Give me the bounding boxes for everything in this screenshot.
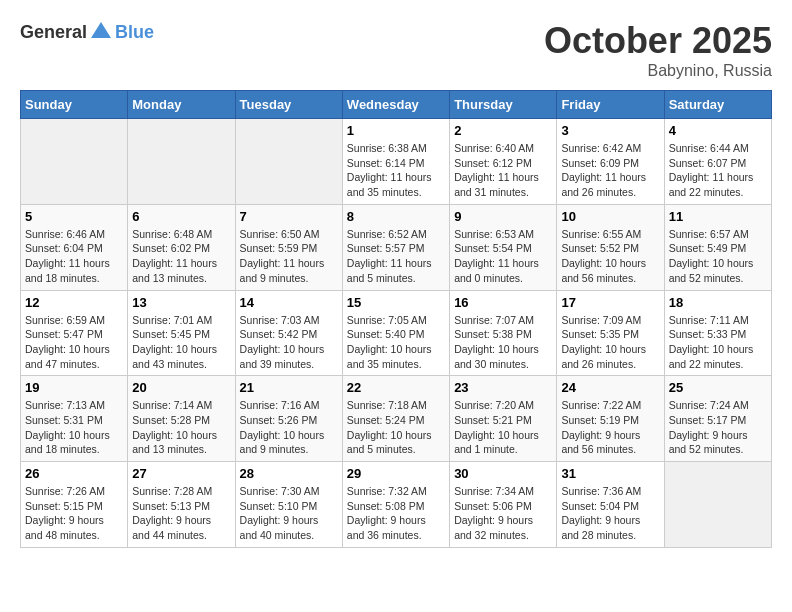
location-title: Babynino, Russia (544, 62, 772, 80)
day-number: 24 (561, 380, 659, 395)
day-info: Sunrise: 7:30 AMSunset: 5:10 PMDaylight:… (240, 484, 338, 543)
day-info: Sunrise: 7:11 AMSunset: 5:33 PMDaylight:… (669, 313, 767, 372)
day-info: Sunrise: 6:42 AMSunset: 6:09 PMDaylight:… (561, 141, 659, 200)
calendar-cell: 4 Sunrise: 6:44 AMSunset: 6:07 PMDayligh… (664, 119, 771, 205)
day-number: 19 (25, 380, 123, 395)
calendar-cell: 21 Sunrise: 7:16 AMSunset: 5:26 PMDaylig… (235, 376, 342, 462)
calendar-cell: 24 Sunrise: 7:22 AMSunset: 5:19 PMDaylig… (557, 376, 664, 462)
logo-icon (89, 20, 113, 44)
calendar-cell: 11 Sunrise: 6:57 AMSunset: 5:49 PMDaylig… (664, 204, 771, 290)
calendar-week-row: 19 Sunrise: 7:13 AMSunset: 5:31 PMDaylig… (21, 376, 772, 462)
calendar-cell (664, 462, 771, 548)
day-number: 26 (25, 466, 123, 481)
day-number: 21 (240, 380, 338, 395)
day-number: 13 (132, 295, 230, 310)
calendar-cell: 17 Sunrise: 7:09 AMSunset: 5:35 PMDaylig… (557, 290, 664, 376)
calendar-cell: 10 Sunrise: 6:55 AMSunset: 5:52 PMDaylig… (557, 204, 664, 290)
calendar-cell: 18 Sunrise: 7:11 AMSunset: 5:33 PMDaylig… (664, 290, 771, 376)
day-number: 15 (347, 295, 445, 310)
calendar-cell: 20 Sunrise: 7:14 AMSunset: 5:28 PMDaylig… (128, 376, 235, 462)
day-number: 20 (132, 380, 230, 395)
day-info: Sunrise: 7:16 AMSunset: 5:26 PMDaylight:… (240, 398, 338, 457)
logo: General Blue (20, 20, 154, 44)
calendar-cell: 12 Sunrise: 6:59 AMSunset: 5:47 PMDaylig… (21, 290, 128, 376)
day-info: Sunrise: 7:13 AMSunset: 5:31 PMDaylight:… (25, 398, 123, 457)
day-info: Sunrise: 7:03 AMSunset: 5:42 PMDaylight:… (240, 313, 338, 372)
day-info: Sunrise: 6:59 AMSunset: 5:47 PMDaylight:… (25, 313, 123, 372)
logo-blue: Blue (115, 22, 154, 43)
day-info: Sunrise: 7:14 AMSunset: 5:28 PMDaylight:… (132, 398, 230, 457)
day-number: 1 (347, 123, 445, 138)
day-number: 27 (132, 466, 230, 481)
header-monday: Monday (128, 91, 235, 119)
calendar-week-row: 5 Sunrise: 6:46 AMSunset: 6:04 PMDayligh… (21, 204, 772, 290)
day-number: 12 (25, 295, 123, 310)
calendar-cell: 3 Sunrise: 6:42 AMSunset: 6:09 PMDayligh… (557, 119, 664, 205)
calendar-week-row: 12 Sunrise: 6:59 AMSunset: 5:47 PMDaylig… (21, 290, 772, 376)
day-number: 3 (561, 123, 659, 138)
page-header: General Blue October 2025 Babynino, Russ… (20, 20, 772, 80)
day-info: Sunrise: 6:52 AMSunset: 5:57 PMDaylight:… (347, 227, 445, 286)
header-tuesday: Tuesday (235, 91, 342, 119)
calendar-header-row: SundayMondayTuesdayWednesdayThursdayFrid… (21, 91, 772, 119)
day-info: Sunrise: 7:18 AMSunset: 5:24 PMDaylight:… (347, 398, 445, 457)
day-info: Sunrise: 6:46 AMSunset: 6:04 PMDaylight:… (25, 227, 123, 286)
day-info: Sunrise: 6:57 AMSunset: 5:49 PMDaylight:… (669, 227, 767, 286)
calendar-cell: 5 Sunrise: 6:46 AMSunset: 6:04 PMDayligh… (21, 204, 128, 290)
calendar-cell (21, 119, 128, 205)
calendar-cell: 13 Sunrise: 7:01 AMSunset: 5:45 PMDaylig… (128, 290, 235, 376)
day-number: 23 (454, 380, 552, 395)
month-title: October 2025 (544, 20, 772, 62)
day-number: 18 (669, 295, 767, 310)
day-number: 14 (240, 295, 338, 310)
day-number: 8 (347, 209, 445, 224)
calendar-cell: 25 Sunrise: 7:24 AMSunset: 5:17 PMDaylig… (664, 376, 771, 462)
day-info: Sunrise: 6:38 AMSunset: 6:14 PMDaylight:… (347, 141, 445, 200)
day-info: Sunrise: 7:32 AMSunset: 5:08 PMDaylight:… (347, 484, 445, 543)
calendar-cell: 9 Sunrise: 6:53 AMSunset: 5:54 PMDayligh… (450, 204, 557, 290)
logo-general: General (20, 22, 87, 43)
title-area: October 2025 Babynino, Russia (544, 20, 772, 80)
calendar-cell (235, 119, 342, 205)
calendar-cell: 6 Sunrise: 6:48 AMSunset: 6:02 PMDayligh… (128, 204, 235, 290)
day-number: 6 (132, 209, 230, 224)
calendar-cell: 29 Sunrise: 7:32 AMSunset: 5:08 PMDaylig… (342, 462, 449, 548)
header-wednesday: Wednesday (342, 91, 449, 119)
calendar-cell: 1 Sunrise: 6:38 AMSunset: 6:14 PMDayligh… (342, 119, 449, 205)
calendar-cell: 27 Sunrise: 7:28 AMSunset: 5:13 PMDaylig… (128, 462, 235, 548)
calendar-cell (128, 119, 235, 205)
day-info: Sunrise: 7:26 AMSunset: 5:15 PMDaylight:… (25, 484, 123, 543)
day-number: 30 (454, 466, 552, 481)
calendar-table: SundayMondayTuesdayWednesdayThursdayFrid… (20, 90, 772, 548)
day-number: 7 (240, 209, 338, 224)
calendar-cell: 2 Sunrise: 6:40 AMSunset: 6:12 PMDayligh… (450, 119, 557, 205)
day-number: 2 (454, 123, 552, 138)
day-info: Sunrise: 6:40 AMSunset: 6:12 PMDaylight:… (454, 141, 552, 200)
calendar-cell: 19 Sunrise: 7:13 AMSunset: 5:31 PMDaylig… (21, 376, 128, 462)
day-info: Sunrise: 6:53 AMSunset: 5:54 PMDaylight:… (454, 227, 552, 286)
day-info: Sunrise: 6:44 AMSunset: 6:07 PMDaylight:… (669, 141, 767, 200)
day-number: 22 (347, 380, 445, 395)
day-info: Sunrise: 7:36 AMSunset: 5:04 PMDaylight:… (561, 484, 659, 543)
svg-marker-0 (91, 22, 111, 38)
calendar-cell: 22 Sunrise: 7:18 AMSunset: 5:24 PMDaylig… (342, 376, 449, 462)
calendar-cell: 8 Sunrise: 6:52 AMSunset: 5:57 PMDayligh… (342, 204, 449, 290)
calendar-week-row: 26 Sunrise: 7:26 AMSunset: 5:15 PMDaylig… (21, 462, 772, 548)
day-number: 4 (669, 123, 767, 138)
day-number: 11 (669, 209, 767, 224)
day-info: Sunrise: 7:05 AMSunset: 5:40 PMDaylight:… (347, 313, 445, 372)
header-sunday: Sunday (21, 91, 128, 119)
day-number: 9 (454, 209, 552, 224)
header-thursday: Thursday (450, 91, 557, 119)
day-info: Sunrise: 6:48 AMSunset: 6:02 PMDaylight:… (132, 227, 230, 286)
day-number: 31 (561, 466, 659, 481)
day-info: Sunrise: 7:07 AMSunset: 5:38 PMDaylight:… (454, 313, 552, 372)
day-number: 17 (561, 295, 659, 310)
day-number: 25 (669, 380, 767, 395)
day-info: Sunrise: 7:24 AMSunset: 5:17 PMDaylight:… (669, 398, 767, 457)
calendar-cell: 26 Sunrise: 7:26 AMSunset: 5:15 PMDaylig… (21, 462, 128, 548)
day-info: Sunrise: 7:09 AMSunset: 5:35 PMDaylight:… (561, 313, 659, 372)
day-info: Sunrise: 7:34 AMSunset: 5:06 PMDaylight:… (454, 484, 552, 543)
day-number: 16 (454, 295, 552, 310)
day-info: Sunrise: 6:50 AMSunset: 5:59 PMDaylight:… (240, 227, 338, 286)
